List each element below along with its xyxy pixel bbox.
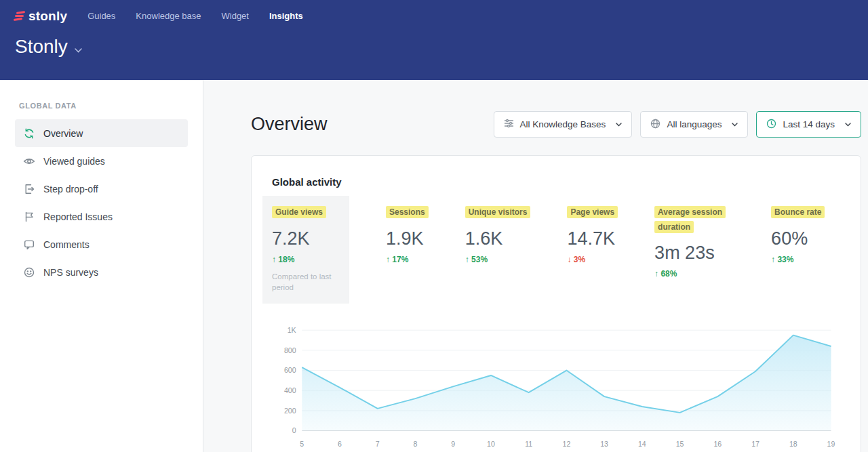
metric-delta: ↑ 33% xyxy=(771,255,825,264)
metric-average-session-duration[interactable]: Average session duration 3m 23s ↑ 68% xyxy=(654,205,734,279)
page-title: Overview xyxy=(251,114,328,135)
activity-area-chart: 02004006008001K5678910111213141516171819 xyxy=(272,321,840,452)
nav-item-guides[interactable]: Guides xyxy=(87,8,115,24)
sidebar-item-reported-issues[interactable]: Reported Issues xyxy=(15,203,188,230)
stonly-logo[interactable]: stonly xyxy=(15,9,67,24)
sidebar: GLOBAL DATA Overview Viewed guides xyxy=(0,80,203,452)
overview-sync-icon xyxy=(23,127,35,140)
metric-label: Sessions xyxy=(386,206,429,218)
svg-text:200: 200 xyxy=(284,407,296,415)
metric-label: Page views xyxy=(567,206,618,218)
smiley-icon xyxy=(23,266,35,279)
language-filter-label: All languages xyxy=(667,119,722,129)
top-navigation: Guides Knowledge base Widget Insights xyxy=(87,8,303,24)
metric-delta: ↑ 68% xyxy=(654,269,734,279)
stonly-logo-icon xyxy=(15,12,24,20)
metric-label: Average session duration xyxy=(654,206,726,233)
metric-sessions[interactable]: Sessions 1.9K ↑ 17% xyxy=(386,205,429,264)
sidebar-item-label: Comments xyxy=(43,239,90,250)
sidebar-item-viewed-guides[interactable]: Viewed guides xyxy=(15,147,188,175)
metric-delta: ↑ 17% xyxy=(386,255,429,264)
chevron-down-icon xyxy=(732,123,738,127)
svg-text:800: 800 xyxy=(284,346,296,354)
knowledge-base-filter-label: All Knowledge Bases xyxy=(520,119,606,129)
top-nav-row: stonly Guides Knowledge base Widget Insi… xyxy=(0,0,868,26)
sliders-icon xyxy=(504,119,514,130)
metric-value: 1.6K xyxy=(465,228,531,249)
svg-text:12: 12 xyxy=(563,439,571,447)
svg-text:0: 0 xyxy=(292,426,296,434)
metric-value: 14.7K xyxy=(567,228,618,249)
content-area: GLOBAL DATA Overview Viewed guides xyxy=(0,80,868,452)
nav-item-widget[interactable]: Widget xyxy=(222,8,249,24)
sidebar-item-label: NPS surveys xyxy=(43,267,98,278)
svg-text:9: 9 xyxy=(451,439,455,447)
svg-text:17: 17 xyxy=(751,439,760,447)
filter-bar: All Knowledge Bases All languages xyxy=(494,111,861,138)
metric-bounce-rate[interactable]: Bounce rate 60% ↑ 33% xyxy=(771,205,825,264)
metric-label: Bounce rate xyxy=(771,206,825,218)
date-range-label: Last 14 days xyxy=(783,119,835,129)
chevron-down-icon xyxy=(845,123,851,127)
svg-text:1K: 1K xyxy=(288,326,296,334)
metric-guide-views[interactable]: Guide views 7.2K ↑ 18% Compared to last … xyxy=(262,196,349,304)
eye-icon xyxy=(23,155,35,167)
metric-value: 3m 23s xyxy=(654,243,734,264)
svg-text:14: 14 xyxy=(638,439,646,447)
svg-text:6: 6 xyxy=(338,439,342,447)
top-bar: stonly Guides Knowledge base Widget Insi… xyxy=(0,0,868,80)
logo-text: stonly xyxy=(28,9,67,24)
svg-text:11: 11 xyxy=(525,439,532,447)
clock-icon xyxy=(766,119,776,131)
globe-icon xyxy=(650,119,660,131)
comment-icon xyxy=(23,239,35,251)
nav-item-knowledge-base[interactable]: Knowledge base xyxy=(136,8,201,24)
card-title: Global activity xyxy=(272,176,840,188)
metric-label: Unique visitors xyxy=(465,206,531,218)
metric-label: Guide views xyxy=(272,206,326,218)
sidebar-item-comments[interactable]: Comments xyxy=(15,230,188,258)
svg-text:13: 13 xyxy=(600,439,608,447)
metric-delta: ↓ 3% xyxy=(567,255,618,264)
metric-delta: ↑ 53% xyxy=(465,255,531,264)
activity-chart-container: 02004006008001K5678910111213141516171819 xyxy=(272,321,840,452)
nav-item-insights[interactable]: Insights xyxy=(269,8,303,24)
workspace-chevron-down-icon[interactable] xyxy=(75,43,82,56)
flag-icon xyxy=(23,211,35,223)
metrics-row: Guide views 7.2K ↑ 18% Compared to last … xyxy=(272,205,840,304)
metric-unique-visitors[interactable]: Unique visitors 1.6K ↑ 53% xyxy=(465,205,531,264)
svg-text:16: 16 xyxy=(713,439,722,447)
metric-delta: ↑ 18% xyxy=(272,255,338,264)
workspace-row: Stonly xyxy=(0,26,868,58)
svg-text:8: 8 xyxy=(414,439,418,447)
svg-text:5: 5 xyxy=(300,439,304,447)
svg-text:15: 15 xyxy=(676,439,684,447)
svg-text:600: 600 xyxy=(284,366,296,374)
sidebar-item-label: Viewed guides xyxy=(43,156,105,167)
knowledge-base-filter-dropdown[interactable]: All Knowledge Bases xyxy=(494,111,633,138)
language-filter-dropdown[interactable]: All languages xyxy=(640,111,748,138)
svg-text:10: 10 xyxy=(487,439,495,447)
chevron-down-icon xyxy=(616,123,622,127)
step-dropoff-icon xyxy=(23,183,35,195)
date-range-dropdown[interactable]: Last 14 days xyxy=(756,111,861,138)
svg-text:7: 7 xyxy=(376,439,380,447)
sidebar-section-label: GLOBAL DATA xyxy=(0,102,203,110)
svg-text:400: 400 xyxy=(284,386,296,394)
metric-value: 7.2K xyxy=(272,228,338,249)
sidebar-item-label: Overview xyxy=(43,128,83,139)
metric-note: Compared to last period xyxy=(272,271,338,293)
sidebar-item-label: Reported Issues xyxy=(43,211,113,222)
metric-page-views[interactable]: Page views 14.7K ↓ 3% xyxy=(567,205,618,264)
sidebar-item-step-drop-off[interactable]: Step drop-off xyxy=(15,175,188,203)
metric-value: 1.9K xyxy=(386,228,429,249)
sidebar-item-label: Step drop-off xyxy=(43,184,98,194)
metric-value: 60% xyxy=(771,228,825,249)
main-header: Overview All Knowledge Bases xyxy=(251,111,861,138)
sidebar-item-nps-surveys[interactable]: NPS surveys xyxy=(15,258,188,286)
svg-text:19: 19 xyxy=(827,439,835,447)
svg-text:18: 18 xyxy=(789,439,797,447)
main-panel: Overview All Knowledge Bases xyxy=(203,80,868,452)
sidebar-item-overview[interactable]: Overview xyxy=(15,119,188,147)
global-activity-card: Global activity Guide views 7.2K ↑ 18% C… xyxy=(251,155,861,452)
